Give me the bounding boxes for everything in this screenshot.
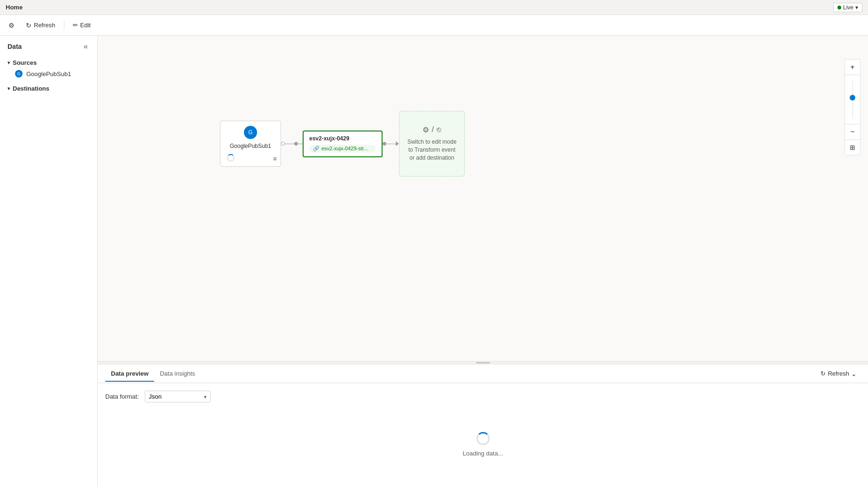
- pipeline: G GooglePubSub1 ≡: [220, 111, 465, 177]
- event-node-sub-label: esv2-xujx-0429-str...: [321, 146, 368, 151]
- source-node: G GooglePubSub1 ≡: [220, 121, 281, 167]
- sidebar-header: Data «: [0, 36, 97, 55]
- bottom-panel: Data preview Data insights ↻ Refresh Dat…: [98, 364, 868, 486]
- destinations-section: ▾ Destinations: [0, 81, 97, 96]
- bottom-tab-actions: ↻ Refresh: [817, 369, 860, 379]
- live-badge[interactable]: Live ▾: [833, 3, 862, 12]
- sidebar-title: Data: [8, 43, 22, 50]
- dest-hint-text: Switch to edit mode to Transform event o…: [405, 138, 459, 162]
- gear-icon: [8, 22, 15, 29]
- event-node-title: esv2-xujx-0429: [309, 135, 376, 142]
- connector-event-to-dest: [383, 141, 399, 146]
- live-dot: [837, 6, 841, 9]
- zoom-reset-button[interactable]: ⊞: [845, 140, 860, 155]
- source-node-box[interactable]: G GooglePubSub1 ≡: [220, 121, 281, 167]
- refresh-button[interactable]: Refresh: [21, 20, 60, 31]
- source-menu-icon[interactable]: ≡: [273, 155, 277, 162]
- data-format-row: Data format: Json CSV Avro ▾: [105, 391, 860, 402]
- source-item-label: GooglePubSub1: [26, 70, 71, 77]
- source-node-label: GooglePubSub1: [230, 143, 271, 149]
- refresh-icon: [26, 22, 31, 29]
- sidebar-collapse-button[interactable]: «: [82, 41, 90, 52]
- sidebar: Data « ▾ Sources G GooglePubSub1 ▾ Desti…: [0, 36, 98, 486]
- tab-data-insights-label: Data insights: [160, 370, 195, 377]
- zoom-slider-container: [852, 75, 853, 124]
- toolbar-separator: [64, 21, 64, 30]
- destinations-label: Destinations: [13, 85, 49, 92]
- conn-line-3: [386, 144, 396, 144]
- zoom-out-button[interactable]: −: [845, 124, 860, 139]
- edit-button[interactable]: Edit: [68, 20, 95, 31]
- export-hint-icon: ⎋: [437, 125, 441, 134]
- source-spinner: [227, 154, 235, 162]
- data-format-select-wrapper: Json CSV Avro ▾: [145, 391, 211, 402]
- gear-hint-icon: ⚙: [422, 125, 429, 134]
- event-sub-icon: 🔗: [313, 146, 320, 152]
- tab-data-insights[interactable]: Data insights: [154, 366, 201, 382]
- connector-source-to-event: [281, 142, 303, 146]
- loading-spinner: [477, 432, 490, 445]
- sources-section: ▾ Sources G GooglePubSub1: [0, 55, 97, 81]
- bottom-refresh-icon: ↻: [821, 370, 826, 377]
- destinations-chevron-icon: ▾: [8, 86, 10, 91]
- zoom-slider-handle[interactable]: [850, 95, 855, 100]
- sources-chevron-icon: ▾: [8, 60, 10, 65]
- zoom-slider-track: [852, 81, 853, 118]
- canvas: G GooglePubSub1 ≡: [98, 36, 868, 361]
- dest-hint-icons: ⚙ / ⎋: [422, 125, 441, 134]
- zoom-reset-icon: ⊞: [850, 144, 855, 151]
- conn-dot-right: [383, 142, 386, 146]
- destinations-section-header[interactable]: ▾ Destinations: [0, 83, 97, 94]
- slash-hint-icon: /: [432, 125, 434, 134]
- dest-hint-box: ⚙ / ⎋ Switch to edit mode to Transform e…: [399, 111, 465, 177]
- conn-dot-filled: [294, 142, 298, 146]
- toolbar: Refresh Edit: [0, 15, 868, 36]
- loading-text: Loading data...: [462, 450, 503, 457]
- bottom-refresh-button[interactable]: ↻ Refresh: [817, 369, 860, 379]
- bottom-refresh-chevron-icon: [851, 370, 857, 378]
- settings-button[interactable]: [4, 20, 19, 31]
- refresh-label: Refresh: [34, 22, 55, 29]
- live-chevron-icon: ▾: [855, 4, 858, 11]
- edit-label: Edit: [80, 22, 91, 29]
- canvas-area: G GooglePubSub1 ≡: [98, 36, 868, 486]
- tab-data-preview-label: Data preview: [111, 370, 149, 377]
- event-node-sub: 🔗 esv2-xujx-0429-str...: [309, 145, 376, 153]
- conn-arrow: [396, 141, 399, 146]
- loading-area: Loading data...: [105, 410, 860, 478]
- data-format-label: Data format:: [105, 393, 139, 400]
- top-bar: Home Live ▾: [0, 0, 868, 15]
- tab-data-preview[interactable]: Data preview: [105, 366, 154, 382]
- data-format-select[interactable]: Json CSV Avro: [145, 391, 211, 402]
- zoom-controls: + − ⊞: [845, 59, 860, 155]
- event-node[interactable]: esv2-xujx-0429 🔗 esv2-xujx-0429-str...: [303, 131, 383, 157]
- sources-label: Sources: [13, 59, 37, 66]
- zoom-in-button[interactable]: +: [845, 60, 860, 75]
- source-node-icon: G: [244, 126, 257, 139]
- source-icon: G: [15, 70, 23, 77]
- main-layout: Data « ▾ Sources G GooglePubSub1 ▾ Desti…: [0, 36, 868, 486]
- resize-indicator: [476, 362, 490, 363]
- top-bar-right: Live ▾: [833, 3, 862, 12]
- conn-line-1: [285, 144, 294, 144]
- edit-icon: [73, 22, 78, 29]
- sidebar-item-googlepubsub1[interactable]: G GooglePubSub1: [0, 68, 97, 79]
- bottom-content: Data format: Json CSV Avro ▾ Loading dat…: [98, 383, 868, 486]
- conn-dot-left: [281, 142, 285, 146]
- app-title: Home: [6, 4, 23, 11]
- conn-line-2: [298, 144, 303, 144]
- bottom-refresh-label: Refresh: [828, 370, 849, 377]
- live-label: Live: [843, 4, 853, 11]
- sources-section-header[interactable]: ▾ Sources: [0, 57, 97, 68]
- bottom-tabs: Data preview Data insights ↻ Refresh: [98, 364, 868, 383]
